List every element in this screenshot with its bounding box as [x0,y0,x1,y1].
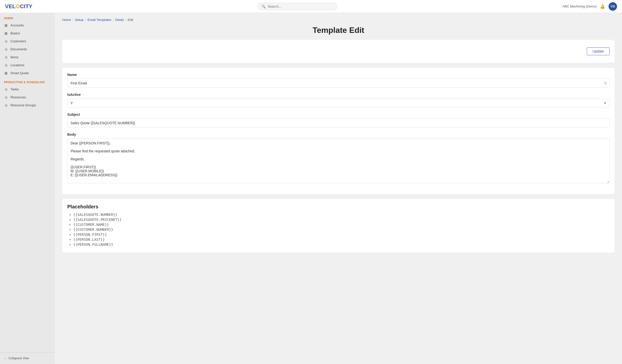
tasks-icon: ◎ [4,87,8,91]
body-group: Body Dear {{PERSON.FIRST}}, Please find … [67,132,610,184]
documents-icon: ◎ [4,47,8,51]
accounts-icon: ▦ [4,23,8,27]
list-item: {{CUSTOMER.NUMBER}} [73,228,610,232]
top-right: ABC Machining (Demo) 🔔 VS [562,2,617,11]
sidebar-item-label: Tasks [10,87,19,91]
collapsed-view-label: Collapsed View [8,357,29,360]
list-item: {{SALESQUOTE.NUMBER}} [73,213,610,217]
breadcrumb-sep-3: › [113,18,114,22]
breadcrumb-current: Edit [128,18,133,22]
top-bar: VELOCITY 🔍 ABC Machining (Demo) 🔔 VS [0,0,622,13]
name-field-icon: ⇅ [604,81,607,85]
avatar[interactable]: VS [609,2,617,11]
customers-icon: ◎ [4,39,8,43]
collapse-arrow-icon: ← [4,357,7,360]
isactive-select[interactable]: Y N [67,99,610,108]
sidebar-item-label: Accounts [10,23,24,27]
sidebar-item-label: Resource Groups [10,103,36,107]
sidebar-item-tasks[interactable]: ◎ Tasks [0,85,55,93]
list-item: {{SALESQUOTE.PRICENET}} [73,218,610,222]
isactive-group: IsActive Y N ▼ [67,93,610,108]
sidebar-item-smart-quote[interactable]: ▦ Smart Quote [0,69,55,77]
breadcrumb: Home › Setup › Email Templates › Detail … [62,18,615,22]
isactive-select-wrapper: Y N ▼ [67,99,610,108]
isactive-label: IsActive [67,93,610,97]
content-area: Home › Setup › Email Templates › Detail … [55,13,622,364]
sidebar-bottom: ← Collapsed View [0,352,55,364]
breadcrumb-detail[interactable]: Detail [115,18,124,22]
sidebar-item-documents[interactable]: ◎ Documents [0,45,55,53]
sidebar-item-customers[interactable]: ◎ Customers [0,37,55,45]
notification-bell-icon[interactable]: 🔔 [600,4,605,9]
search-icon: 🔍 [261,4,266,8]
name-input-wrapper: ⇅ [67,79,610,88]
toolbar-card: Update [62,40,615,63]
breadcrumb-sep-4: › [125,18,126,22]
card-toolbar: Update [67,45,610,58]
placeholders-title: Placeholders [67,204,610,210]
breadcrumb-email-templates[interactable]: Email Templates [87,18,111,22]
page-title: Template Edit [62,26,615,35]
subject-group: Subject [67,113,610,127]
admin-section-label: ADMIN [0,13,55,21]
form-card: Name ⇅ IsActive Y N ▼ [62,68,615,194]
sidebar-item-label: Customers [10,39,26,43]
sidebar-item-label: Smart Quote [10,71,29,75]
sidebar: ADMIN ▦ Accounts ▦ Basics ◎ Customers ◎ … [0,13,55,364]
resource-groups-icon: ◎ [4,103,8,107]
list-item: {{PERSON.LAST}} [73,238,610,242]
sidebar-item-label: Items [10,55,18,59]
sidebar-item-resources[interactable]: ◎ Resources [0,93,55,101]
items-icon: ◎ [4,55,8,59]
sidebar-item-items[interactable]: ◎ Items [0,53,55,61]
search-container: 🔍 [258,3,337,10]
breadcrumb-setup[interactable]: Setup [75,18,83,22]
subject-label: Subject [67,113,610,117]
company-name: ABC Machining (Demo) [562,4,597,8]
production-section-label: PRODUCTION & SCHEDULING [0,77,55,85]
smart-quote-icon: ▦ [4,71,8,75]
basics-icon: ▦ [4,31,8,35]
list-item: {{CUSTOMER.NAME}} [73,223,610,227]
sidebar-item-label: Basics [10,31,20,35]
sidebar-item-locations[interactable]: ◎ Locations [0,61,55,69]
sidebar-item-label: Locations [10,63,24,67]
sidebar-item-resource-groups[interactable]: ◎ Resource Groups [0,101,55,109]
search-input[interactable] [268,4,334,8]
breadcrumb-sep-1: › [73,18,74,22]
placeholders-list: {{SALESQUOTE.NUMBER}} {{SALESQUOTE.PRICE… [67,213,610,246]
sidebar-item-basics[interactable]: ▦ Basics [0,29,55,37]
breadcrumb-home[interactable]: Home [62,18,71,22]
name-group: Name ⇅ [67,73,610,88]
locations-icon: ◎ [4,63,8,67]
sidebar-item-label: Resources [10,95,26,99]
list-item: {{PERSON.FULLNAME}} [73,243,610,246]
breadcrumb-sep-2: › [85,18,86,22]
list-item: {{PERSON.FIRST}} [73,233,610,237]
update-button[interactable]: Update [587,47,610,55]
subject-input[interactable] [67,119,610,127]
placeholders-card: Placeholders {{SALESQUOTE.NUMBER}} {{SAL… [62,199,615,252]
body-textarea[interactable]: Dear {{PERSON.FIRST}}, Please find the r… [67,138,610,183]
name-input[interactable] [67,79,610,88]
sidebar-item-accounts[interactable]: ▦ Accounts [0,21,55,29]
body-label: Body [67,132,610,136]
name-label: Name [67,73,610,77]
resources-icon: ◎ [4,95,8,99]
collapsed-view-button[interactable]: ← Collapsed View [4,357,51,360]
sidebar-item-label: Documents [10,47,27,51]
logo: VELOCITY [5,3,32,10]
